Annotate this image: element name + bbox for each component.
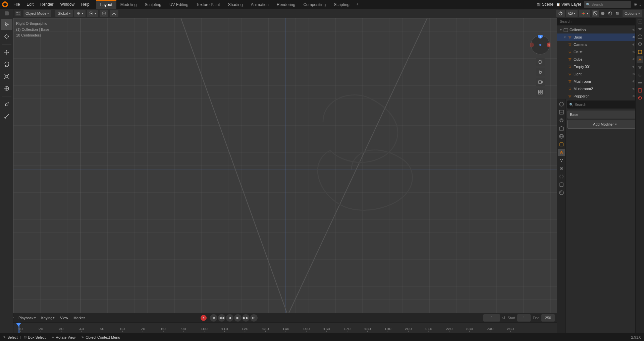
pepperoni-arrow[interactable]: ▾ bbox=[562, 94, 567, 98]
outliner-crust-item[interactable]: ▾ ▽ Crust 👁 ▽ bbox=[557, 48, 644, 56]
add-modifier-btn[interactable]: Add Modifier ▾ bbox=[567, 120, 643, 129]
prop-tab-physics[interactable] bbox=[558, 165, 565, 172]
snap-btn[interactable]: ▾ bbox=[87, 10, 98, 17]
workspace-tab-texture[interactable]: Texture Paint bbox=[193, 0, 224, 9]
menu-edit[interactable]: Edit bbox=[23, 0, 37, 9]
measure-tool-btn[interactable] bbox=[1, 111, 12, 122]
prop-tab-object[interactable] bbox=[558, 141, 565, 148]
workspace-tab-compositing[interactable]: Compositing bbox=[299, 0, 330, 9]
add-workspace-button[interactable]: + bbox=[354, 0, 361, 9]
outliner-cube-item[interactable]: ▾ ▽ Cube 👁 ▽ bbox=[557, 56, 644, 63]
menu-help[interactable]: Help bbox=[78, 0, 93, 9]
move-tool-btn[interactable] bbox=[1, 47, 12, 58]
prop-tab-output[interactable] bbox=[558, 109, 565, 116]
timeline-scrubber[interactable]: 0 10 20 30 40 50 60 70 bbox=[0, 323, 557, 333]
viewport-3d[interactable]: Right Orthographic (1) Collection | Base… bbox=[13, 18, 557, 321]
step-forward-btn[interactable]: ▶▶ bbox=[242, 314, 250, 322]
material-shading-btn[interactable] bbox=[606, 10, 614, 17]
mushroom-arrow[interactable]: ▾ bbox=[562, 79, 567, 84]
prop-tab-scene[interactable] bbox=[558, 125, 565, 132]
prop-tab-modifier[interactable] bbox=[558, 149, 565, 156]
scene-selector[interactable]: 🎬 Scene bbox=[537, 2, 553, 7]
falloff-btn[interactable] bbox=[110, 10, 118, 17]
collection-arrow[interactable]: ▾ bbox=[558, 27, 563, 32]
light-arrow[interactable]: ▾ bbox=[562, 72, 567, 76]
props-icon-material[interactable] bbox=[637, 99, 643, 101]
workspace-tab-sculpting[interactable]: Sculpting bbox=[141, 0, 165, 9]
viewport-gizmo-btn[interactable]: ▾ bbox=[579, 10, 590, 17]
rotate-tool-btn[interactable] bbox=[1, 59, 12, 70]
empty001-arrow[interactable]: ▾ bbox=[562, 64, 567, 69]
select-tool-btn[interactable] bbox=[1, 19, 12, 30]
outliner-empty001-item[interactable]: ▾ ▽ Empty.001 👁 ⊞ bbox=[557, 63, 644, 70]
view-layer-selector[interactable]: 📋 View Layer bbox=[556, 2, 581, 7]
prop-tab-constraints[interactable] bbox=[558, 173, 565, 180]
base-arrow[interactable]: ▾ bbox=[562, 35, 567, 40]
start-frame-input[interactable]: 1 bbox=[517, 314, 531, 322]
play-back-btn[interactable]: ◀ bbox=[226, 314, 233, 322]
view-btn[interactable]: View bbox=[58, 314, 70, 322]
select-mode-icon[interactable] bbox=[15, 11, 21, 16]
loop-icon[interactable]: ↺ bbox=[502, 316, 505, 320]
options-btn[interactable]: Options ▾ bbox=[623, 10, 642, 17]
outliner-mushroom2-item[interactable]: ▾ ▽ Mushroom2 👁 ▽ bbox=[557, 85, 644, 92]
outliner-base-item[interactable]: ▾ ▽ Base 👁 📷 bbox=[557, 33, 644, 41]
prop-tab-render[interactable] bbox=[558, 100, 565, 108]
global-transform-btn[interactable]: Global ▾ bbox=[55, 10, 73, 17]
menu-window[interactable]: Window bbox=[57, 0, 78, 9]
rendered-shading-btn[interactable] bbox=[614, 10, 621, 17]
annotate-tool-btn[interactable] bbox=[1, 98, 12, 110]
marker-btn[interactable]: Marker bbox=[71, 314, 87, 322]
workspace-tab-animation[interactable]: Animation bbox=[247, 0, 273, 9]
menu-file[interactable]: File bbox=[10, 0, 23, 9]
workspace-tab-uv[interactable]: UV Editing bbox=[165, 0, 193, 9]
wireframe-shading-btn[interactable] bbox=[592, 10, 599, 17]
viewport-overlay-btn[interactable]: ▾ bbox=[566, 10, 578, 17]
sort-button[interactable]: ↕ bbox=[639, 2, 641, 7]
playback-btn[interactable]: Playback ▾ bbox=[16, 314, 38, 322]
outliner-light-item[interactable]: ▾ ▽ Light 👁 ● bbox=[557, 70, 644, 78]
grid-view-btn[interactable] bbox=[536, 88, 545, 96]
viewport-shading-group[interactable] bbox=[556, 10, 565, 17]
workspace-tab-rendering[interactable]: Rendering bbox=[273, 0, 299, 9]
outliner-search-input[interactable] bbox=[557, 17, 644, 25]
menu-render[interactable]: Render bbox=[37, 0, 57, 9]
cursor-tool-btn[interactable] bbox=[1, 31, 12, 42]
jump-start-btn[interactable]: ⏮ bbox=[210, 314, 217, 322]
workspace-tab-layout[interactable]: Layout bbox=[96, 0, 116, 9]
crust-arrow[interactable]: ▾ bbox=[562, 50, 567, 54]
workspace-tab-scripting[interactable]: Scripting bbox=[330, 0, 354, 9]
prop-tab-data[interactable] bbox=[558, 181, 565, 188]
cube-arrow[interactable]: ▾ bbox=[562, 57, 567, 62]
jump-end-btn[interactable]: ⏭ bbox=[250, 314, 258, 322]
global-search-input[interactable] bbox=[591, 2, 629, 6]
prop-tab-world[interactable] bbox=[558, 133, 565, 140]
mushroom2-arrow[interactable]: ▾ bbox=[562, 86, 567, 91]
object-mode-btn[interactable]: Object Mode ▾ bbox=[23, 10, 51, 17]
scale-tool-btn[interactable] bbox=[1, 71, 12, 82]
outliner-camera-item[interactable]: ▾ ▽ Camera 👁 📷 bbox=[557, 41, 644, 48]
select-mode-btn[interactable] bbox=[5, 11, 9, 15]
global-search[interactable]: 🔍 bbox=[584, 1, 631, 8]
workspace-tab-modeling[interactable]: Modeling bbox=[116, 0, 141, 9]
prop-tab-view[interactable] bbox=[558, 117, 565, 124]
current-frame-input[interactable]: 1 bbox=[483, 314, 500, 322]
perspective-toggle-btn[interactable] bbox=[536, 58, 545, 66]
keying-btn[interactable]: Keying ▾ bbox=[39, 314, 57, 322]
proportional-btn[interactable] bbox=[100, 10, 108, 17]
solid-shading-btn[interactable] bbox=[599, 10, 606, 17]
transform-tool-btn[interactable] bbox=[1, 83, 12, 94]
filter-button[interactable]: ⊞ bbox=[634, 2, 638, 7]
end-frame-input[interactable]: 250 bbox=[541, 314, 555, 322]
outliner-pepperoni-item[interactable]: ▾ ▽ Pepperoni 👁 ▽ bbox=[557, 92, 644, 99]
outliner-collection-item[interactable]: ▾ Collection 👁 ✓ bbox=[557, 26, 644, 33]
camera-arrow[interactable]: ▾ bbox=[562, 42, 567, 47]
workspace-tab-shading[interactable]: Shading bbox=[224, 0, 247, 9]
props-search-input[interactable] bbox=[575, 103, 641, 107]
pivot-btn[interactable]: ▾ bbox=[74, 10, 86, 17]
props-search[interactable]: 🔍 bbox=[567, 100, 643, 109]
step-back-btn[interactable]: ◀◀ bbox=[218, 314, 225, 322]
hand-move-btn[interactable] bbox=[536, 68, 545, 76]
outliner-mushroom-item[interactable]: ▾ ▽ Mushroom 👁 ▽ bbox=[557, 78, 644, 85]
orientation-gizmo[interactable]: Z X bbox=[530, 35, 550, 55]
